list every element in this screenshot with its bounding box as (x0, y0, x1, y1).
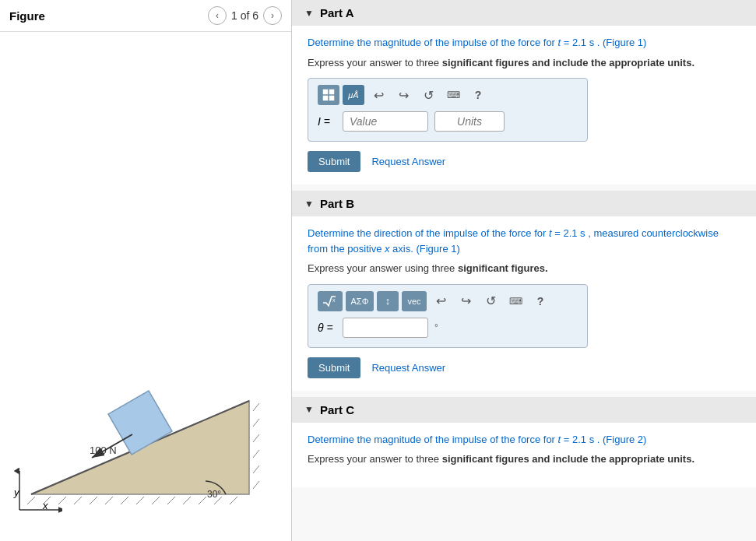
part-c-title: Part C (320, 403, 354, 416)
svg-line-11 (167, 497, 175, 504)
svg-line-5 (74, 497, 82, 504)
part-a-express: Express your answer to three significant… (308, 55, 740, 71)
part-c-collapse-arrow[interactable]: ▼ (304, 404, 314, 415)
part-b-submit-button[interactable]: Submit (308, 357, 360, 378)
svg-line-13 (199, 497, 206, 504)
svg-line-15 (230, 497, 237, 504)
part-a-express-text: Express your answer to three (308, 57, 442, 69)
sqrt-icon-button[interactable]: x (318, 291, 343, 311)
part-b-title: Part B (320, 197, 354, 210)
help-b-button[interactable]: ? (529, 291, 551, 311)
part-a-section: ▼ Part A Determine the magnitude of the … (292, 0, 756, 184)
part-c-express-text: Express your answer to three (308, 453, 442, 465)
part-a-header: ▼ Part A (292, 0, 756, 26)
part-b-desc-text1: Determine the direction of the impulse o… (308, 227, 549, 239)
part-a-desc-text3: . (Figure 1) (594, 37, 646, 48)
part-c-description: Determine the magnitude of the impulse o… (308, 432, 740, 448)
part-b-collapse-arrow[interactable]: ▼ (304, 198, 314, 209)
nav-next-button[interactable]: › (263, 6, 282, 25)
undo-button[interactable]: ↩ (367, 85, 389, 105)
part-b-express: Express your answer using three signific… (308, 261, 740, 276)
svg-text:x: x (332, 297, 336, 303)
part-a-action-row: Submit Request Answer (308, 151, 740, 172)
part-a-input-label: I = (318, 115, 336, 128)
updown-icon-button[interactable]: ↕ (377, 291, 399, 311)
part-b-desc-text2: = 2.1 s (552, 227, 585, 239)
part-a-collapse-arrow[interactable]: ▼ (304, 8, 314, 19)
part-c-desc-text2: = 2.1 s (561, 434, 594, 445)
vec-icon-button[interactable]: vec (402, 291, 427, 311)
part-b-section: ▼ Part B Determine the direction of the … (292, 191, 756, 391)
part-b-header: ▼ Part B (292, 191, 756, 216)
part-b-description: Determine the direction of the impulse o… (308, 226, 740, 256)
nav-page-text: 1 of 6 (231, 9, 258, 22)
part-a-express-bold: significant figures and include the appr… (442, 57, 694, 69)
axis-arrows (8, 463, 62, 518)
degree-symbol: ° (434, 322, 438, 333)
part-b-body: Determine the direction of the impulse o… (292, 216, 756, 391)
part-b-action-row: Submit Request Answer (308, 357, 740, 378)
part-b-answer-box: x ΑΣΦ ↕ vec ↩ ↪ ↺ ⌨ (308, 284, 588, 348)
svg-rect-32 (329, 90, 334, 94)
theta-input[interactable] (343, 318, 428, 338)
right-panel: ▼ Part A Determine the magnitude of the … (292, 0, 756, 541)
part-b-express-text: Express your answer using three (308, 262, 458, 274)
redo-b-button[interactable]: ↪ (455, 291, 476, 311)
part-a-body: Determine the magnitude of the impulse o… (292, 26, 756, 184)
help-button[interactable]: ? (467, 85, 489, 105)
part-c-desc-text3: . (Figure 2) (594, 434, 646, 445)
part-c-desc-text1: Determine the magnitude of the impulse o… (308, 434, 558, 445)
figure-header: Figure ‹ 1 of 6 › (0, 0, 291, 32)
refresh-b-button[interactable]: ↺ (480, 291, 501, 311)
svg-text:30°: 30° (207, 489, 221, 500)
svg-line-21 (253, 481, 259, 489)
mu-icon-button[interactable]: μÅ (343, 85, 364, 105)
nav-prev-button[interactable]: ‹ (208, 6, 227, 25)
svg-text:100 N: 100 N (90, 444, 117, 456)
svg-line-8 (121, 497, 128, 504)
sigma-icon-button[interactable]: ΑΣΦ (346, 291, 374, 311)
redo-button[interactable]: ↪ (392, 85, 414, 105)
undo-b-button[interactable]: ↩ (430, 291, 452, 311)
part-a-desc-text1: Determine the magnitude of the impulse o… (308, 37, 558, 48)
left-panel: Figure ‹ 1 of 6 › (0, 0, 292, 541)
part-a-toolbar: μÅ ↩ ↪ ↺ ⌨ ? (318, 85, 578, 105)
svg-line-19 (253, 450, 259, 458)
figure-canvas: 100 N 30° y x (0, 32, 291, 541)
part-b-desc-text4: axis. (Figure 1) (390, 243, 460, 255)
svg-rect-31 (323, 90, 328, 94)
part-c-header: ▼ Part C (292, 397, 756, 423)
svg-rect-33 (323, 96, 328, 100)
refresh-button[interactable]: ↺ (417, 85, 439, 105)
grid-icon-button[interactable] (318, 85, 339, 105)
part-c-express: Express your answer to three significant… (308, 451, 740, 467)
value-input[interactable] (343, 111, 428, 132)
part-c-body: Determine the magnitude of the impulse o… (292, 423, 756, 487)
units-input[interactable] (434, 111, 505, 132)
part-b-request-link[interactable]: Request Answer (371, 362, 445, 374)
keyboard-b-button[interactable]: ⌨ (505, 291, 526, 311)
svg-rect-34 (329, 96, 334, 100)
part-b-express-bold: significant figures. (458, 262, 548, 274)
svg-line-9 (136, 497, 144, 504)
part-a-input-row: I = (318, 111, 578, 132)
svg-line-6 (90, 497, 97, 504)
svg-line-12 (183, 497, 191, 504)
part-a-request-link[interactable]: Request Answer (371, 156, 445, 167)
svg-line-7 (105, 497, 113, 504)
part-a-answer-box: μÅ ↩ ↪ ↺ ⌨ ? I = (308, 78, 588, 142)
svg-line-18 (253, 434, 259, 442)
part-c-section: ▼ Part C Determine the magnitude of the … (292, 397, 756, 487)
svg-line-17 (253, 419, 259, 427)
svg-line-16 (253, 403, 259, 411)
figure-nav: ‹ 1 of 6 › (208, 6, 282, 25)
figure-title: Figure (9, 9, 45, 23)
part-b-input-label: θ = (318, 321, 336, 334)
part-b-toolbar: x ΑΣΦ ↕ vec ↩ ↪ ↺ ⌨ (318, 291, 578, 311)
keyboard-button[interactable]: ⌨ (442, 85, 464, 105)
part-a-submit-button[interactable]: Submit (308, 151, 360, 172)
part-c-express-bold: significant figures and include the appr… (442, 453, 694, 465)
part-a-description: Determine the magnitude of the impulse o… (308, 35, 740, 51)
part-b-input-row: θ = ° (318, 318, 578, 338)
svg-line-10 (152, 497, 160, 504)
